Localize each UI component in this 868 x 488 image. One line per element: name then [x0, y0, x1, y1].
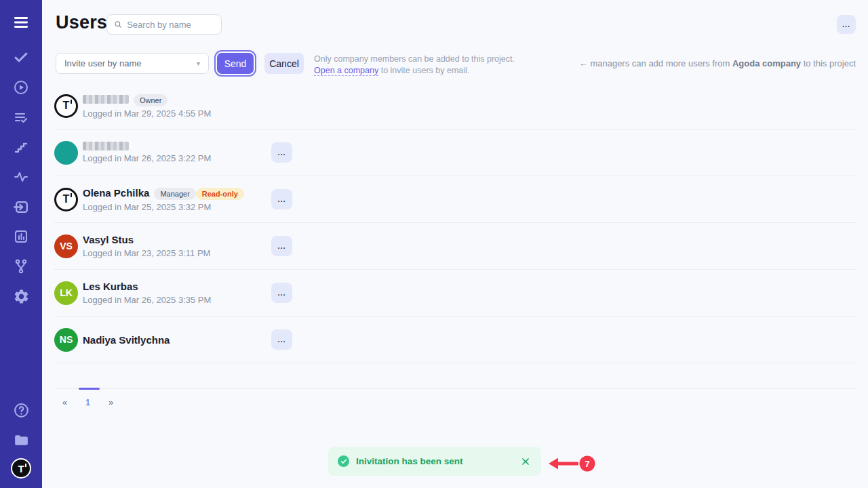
user-menu-button[interactable]: ... [271, 236, 292, 256]
user-info: Nadiya Svitlychna [83, 334, 174, 346]
user-row: T Owner Logged in Mar 29, 2025 4:55 PM [54, 83, 856, 129]
user-row: LK Les Kurbas Logged in Mar 26, 2025 3:3… [54, 270, 856, 317]
check-circle-icon [338, 455, 349, 467]
user-row: VS Vasyl Stus Logged in Mar 23, 2025 3:1… [54, 223, 856, 270]
avatar: LK [54, 281, 78, 305]
user-info: Les Kurbas Logged in Mar 26, 2025 3:35 P… [83, 281, 211, 305]
user-name-line: Olena Pchilka ManagerRead-only [83, 187, 244, 199]
user-login-time: Logged in Mar 26, 2025 3:35 PM [83, 295, 211, 305]
toast-message: Inivitation has been sent [356, 456, 463, 466]
sidebar-item-test-cases[interactable] [9, 106, 33, 129]
user-name: Nadiya Svitlychna [83, 334, 170, 346]
user-info: Vasyl Stus Logged in Mar 23, 2025 3:11 P… [83, 234, 210, 258]
user-name [83, 95, 129, 104]
search-input[interactable] [127, 20, 214, 30]
invite-user-select[interactable]: Invite user by name ▾ [56, 53, 209, 74]
toast-close-button[interactable] [519, 455, 532, 468]
avatar: T [54, 188, 78, 211]
help-icon [13, 402, 30, 419]
steps-icon [13, 139, 29, 155]
user-name: Les Kurbas [83, 281, 138, 292]
app-logo[interactable]: T [11, 458, 31, 479]
user-login-time: Logged in Mar 23, 2025 3:11 PM [83, 248, 210, 258]
annotation-number: 7 [585, 459, 589, 469]
pagination-next[interactable]: » [108, 397, 113, 407]
user-row: Logged in Mar 26, 2025 3:22 PM ... [54, 129, 856, 176]
sidebar-item-activity[interactable] [9, 165, 33, 188]
avatar: VS [54, 235, 78, 258]
user-info: Owner Logged in Mar 29, 2025 4:55 PM [83, 94, 211, 119]
open-company-link[interactable]: Open a company [314, 66, 378, 76]
user-info: Logged in Mar 26, 2025 3:22 PM [83, 142, 211, 163]
active-page-indicator [79, 388, 100, 390]
avatar [54, 141, 78, 165]
user-name-line: Vasyl Stus [83, 234, 210, 245]
user-login-time: Logged in Mar 25, 2025 3:32 PM [83, 202, 244, 212]
search-box [106, 14, 222, 35]
chevron-down-icon: ▾ [197, 60, 200, 67]
invite-info-line2: to invite users by email. [378, 66, 469, 75]
gear-icon [13, 288, 30, 305]
sidebar-item-runs[interactable] [9, 76, 33, 99]
invite-info-text: Only company members can be added to thi… [314, 54, 515, 77]
pagination-prev[interactable]: « [62, 397, 67, 407]
folder-icon [13, 432, 30, 449]
sidebar-item-sign-in[interactable] [9, 195, 33, 218]
page-title: Users [56, 12, 107, 33]
sidebar-item-projects[interactable] [9, 428, 33, 451]
user-name-line: Owner [83, 94, 211, 106]
user-name [83, 142, 129, 150]
bar-chart-icon [13, 228, 29, 245]
managers-note-prefix: ← managers can add more users from [579, 58, 732, 68]
sign-in-icon [13, 199, 30, 216]
task-list-icon [13, 109, 29, 125]
send-button[interactable]: Send [217, 53, 254, 74]
avatar: NS [54, 328, 78, 352]
user-menu-button[interactable]: ... [271, 283, 292, 303]
sidebar-item-help[interactable] [9, 399, 33, 422]
play-circle-icon [13, 79, 29, 96]
managers-note: ← managers can add more users from Agoda… [579, 58, 856, 68]
managers-note-suffix: to this project [801, 58, 856, 68]
user-name: Olena Pchilka [83, 187, 149, 199]
avatar: T [54, 94, 78, 118]
user-list: T Owner Logged in Mar 29, 2025 4:55 PM L… [54, 83, 856, 363]
sidebar-item-steps[interactable] [9, 136, 33, 159]
managers-note-company: Agoda company [732, 58, 801, 68]
sidebar-item-settings[interactable] [9, 285, 33, 308]
user-badges: ManagerRead-only [154, 187, 244, 199]
user-menu-button[interactable]: ... [271, 189, 292, 209]
sidebar: T [0, 0, 42, 488]
check-icon [13, 49, 29, 66]
cancel-button[interactable]: Cancel [264, 53, 304, 74]
user-name-line: Les Kurbas [83, 281, 211, 292]
sidebar-item-versions[interactable] [9, 255, 33, 278]
pagination-page-1[interactable]: 1 [85, 397, 90, 407]
user-name-line: Nadiya Svitlychna [83, 334, 174, 346]
user-name-line [83, 142, 211, 150]
user-login-time: Logged in Mar 26, 2025 3:22 PM [83, 153, 211, 163]
badge-owner: Owner [134, 94, 167, 106]
search-icon [114, 20, 122, 29]
user-menu-button[interactable]: ... [271, 142, 292, 163]
sidebar-item-reports[interactable] [9, 225, 33, 248]
menu-icon [12, 14, 30, 31]
close-icon [521, 457, 530, 466]
activity-icon [13, 169, 29, 185]
toast-notification: Inivitation has been sent [328, 447, 541, 476]
page-menu-button[interactable]: ... [837, 15, 856, 34]
pagination: « 1 » [56, 388, 856, 415]
invite-select-value: Invite user by name [64, 58, 141, 68]
badge-readonly: Read-only [196, 188, 244, 200]
user-menu-button[interactable]: ... [271, 329, 292, 350]
user-row: T Olena Pchilka ManagerRead-only Logged … [54, 176, 856, 223]
user-info: Olena Pchilka ManagerRead-only Logged in… [83, 187, 244, 212]
user-badges: Owner [134, 94, 167, 106]
sidebar-item-checks[interactable] [9, 46, 33, 69]
annotation-arrow-7: 7 [547, 453, 598, 474]
user-row: NS Nadiya Svitlychna ... [54, 317, 856, 363]
sidebar-item-menu[interactable] [9, 11, 33, 34]
badge-manager: Manager [154, 188, 195, 200]
user-name: Vasyl Stus [83, 234, 134, 245]
branch-icon [13, 258, 29, 274]
